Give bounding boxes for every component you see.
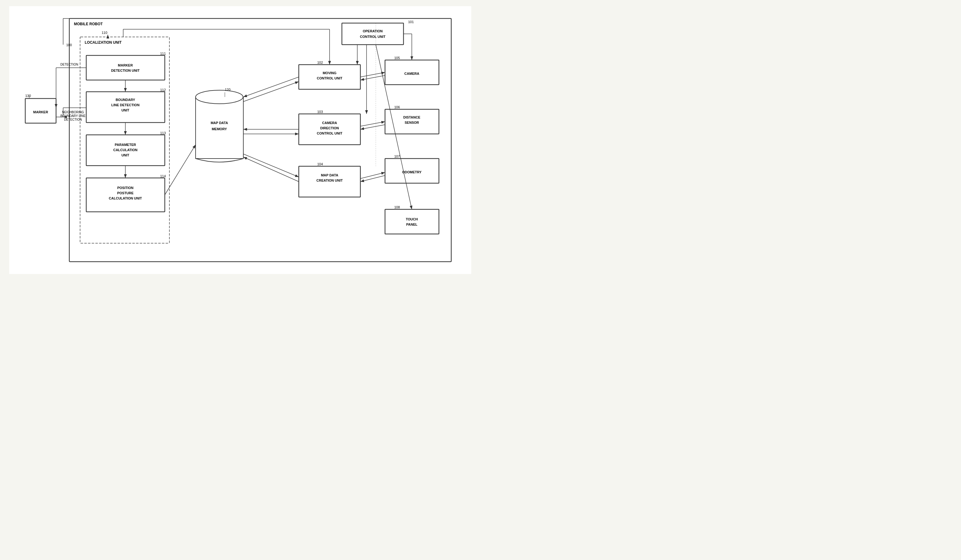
map-data-memory-label: MAP DATA [211, 121, 228, 125]
diagram-container: MOBILE ROBOT 100 LOCALIZATION UNIT 110 M… [9, 6, 471, 274]
boundary-line-label: BOUNDARY [116, 98, 135, 102]
param-calc-label: PARAMETER [115, 143, 136, 146]
svg-rect-19 [342, 23, 403, 45]
map-data-creation-label: MAP DATA [321, 173, 338, 177]
ref-101: 101 [408, 20, 414, 24]
position-posture-label2: POSTURE [117, 191, 133, 195]
ref-100: 100 [66, 43, 72, 47]
operation-control-label: OPERATION [363, 29, 383, 33]
ref-130: 130 [25, 94, 31, 98]
distance-sensor-label2: SENSOR [405, 121, 419, 124]
param-calc-label2: CALCULATION [113, 148, 138, 152]
camera-label: CAMERA [404, 72, 419, 75]
ref-106: 106 [394, 105, 400, 109]
map-data-creation-label2: CREATION UNIT [317, 178, 343, 182]
ref-102: 102 [317, 61, 323, 64]
ref-110: 110 [102, 31, 107, 34]
touch-panel-label: TOUCH [406, 217, 418, 221]
boundary-line-label2: LINE DETECTION [111, 103, 140, 107]
position-posture-label3: CALCULATION UNIT [109, 196, 142, 200]
marker-detection-unit-label: MARKER [118, 63, 133, 67]
ref-114: 114 [160, 174, 166, 178]
ref-113: 113 [160, 131, 166, 135]
moving-control-label: MOVING [323, 71, 337, 75]
ref-120: 120 [225, 88, 230, 91]
svg-rect-26 [385, 209, 439, 234]
camera-direction-label: CAMERA [322, 121, 337, 125]
position-posture-label: POSITION [117, 186, 134, 189]
ref-103: 103 [317, 110, 323, 114]
mobile-robot-label: MOBILE ROBOT [74, 22, 103, 26]
touch-panel-label2: PANEL [406, 223, 418, 226]
svg-rect-11 [86, 92, 165, 122]
param-calc-label3: UNIT [121, 153, 129, 157]
boundary-line-label3: UNIT [121, 108, 129, 112]
ref-107: 107 [394, 154, 400, 158]
ref-111: 111 [160, 52, 166, 55]
ref-108: 108 [394, 205, 400, 209]
neighboring-detection-label2: BOUNDARY LINE [60, 114, 86, 117]
detection-label: DETECTION [60, 63, 78, 66]
odometry-label: ODOMETRY [402, 170, 422, 174]
ref-105: 105 [394, 56, 400, 60]
operation-control-label2: CONTROL UNIT [360, 35, 386, 39]
marker-label: MARKER [33, 110, 48, 114]
svg-rect-15 [86, 178, 165, 212]
ref-112: 112 [160, 88, 166, 92]
marker-detection-unit-label2: DETECTION UNIT [111, 69, 140, 72]
distance-sensor-label: DISTANCE [403, 116, 420, 119]
localization-unit-label: LOCALIZATION UNIT [85, 40, 122, 45]
svg-point-17 [196, 90, 243, 104]
moving-control-label2: CONTROL UNIT [317, 76, 342, 80]
ref-104: 104 [317, 162, 323, 166]
svg-rect-9 [86, 55, 165, 80]
camera-direction-label2: DIRECTION [320, 126, 339, 130]
map-data-memory-label2: MEMORY [212, 127, 227, 131]
neighboring-detection-label: NEIGHBORING [62, 111, 84, 114]
camera-direction-label3: CONTROL UNIT [317, 132, 342, 135]
neighboring-detection-label3: DETECTION [64, 118, 82, 121]
